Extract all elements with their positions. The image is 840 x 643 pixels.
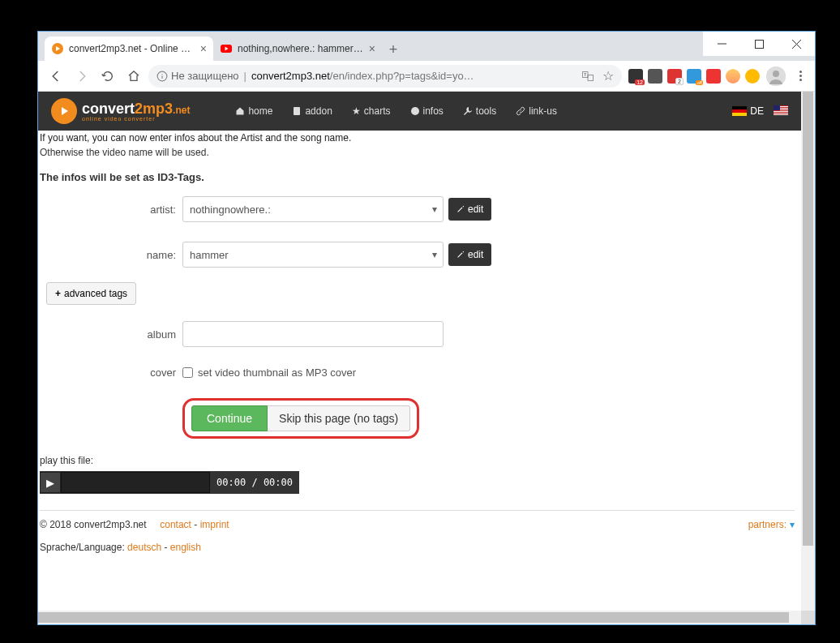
imprint-link[interactable]: imprint <box>200 519 229 530</box>
artist-select[interactable]: nothingnowhere.: <box>182 196 444 222</box>
svg-rect-21 <box>774 114 788 115</box>
close-button[interactable] <box>778 32 815 56</box>
cover-checkbox[interactable] <box>182 367 193 378</box>
security-indicator: Не защищено <box>156 70 239 82</box>
intro-text-2: Otherwise the video name will be used. <box>40 144 795 161</box>
player-time: 00:00 / 00:00 <box>210 477 299 488</box>
nav-home[interactable]: home <box>235 105 272 117</box>
edit-artist-button[interactable]: edit <box>448 198 491 221</box>
row-cover: cover set video thumbnail as MP3 cover <box>40 367 795 379</box>
form: artist: nothingnowhere.: edit name: hamm… <box>40 196 795 553</box>
security-text: Не защищено <box>171 70 239 82</box>
album-input[interactable] <box>182 321 444 347</box>
ext-icon-3[interactable]: 2 <box>667 69 682 84</box>
site-header: convert2mp3.net online video converter h… <box>38 92 801 131</box>
tab-active[interactable]: convert2mp3.net - Online Video… × <box>45 36 213 61</box>
cover-text: set video thumbnail as MP3 cover <box>198 367 356 379</box>
reload-button[interactable] <box>96 65 119 88</box>
tab-bar: convert2mp3.net - Online Video… × nothin… <box>38 32 815 61</box>
extensions: 12 2 off <box>628 69 760 84</box>
lang-us[interactable] <box>774 105 788 118</box>
lang-de-link[interactable]: deutsch <box>127 542 161 553</box>
translate-icon[interactable] <box>581 70 594 83</box>
row-artist: artist: nothingnowhere.: edit <box>40 196 795 222</box>
action-button-group: Continue Skip this page (no tags) <box>182 398 419 439</box>
svg-rect-12 <box>732 106 747 109</box>
maximize-button[interactable] <box>740 32 778 56</box>
play-label: play this file: <box>40 455 795 466</box>
logo-text: convert2mp3.net online video converter <box>82 101 190 122</box>
tab-close-icon[interactable]: × <box>369 42 375 55</box>
star-icon[interactable]: ☆ <box>602 68 614 84</box>
svg-rect-20 <box>774 113 788 114</box>
browser-menu-button[interactable] <box>792 71 808 81</box>
favicon-youtube <box>220 42 233 55</box>
logo-icon <box>51 98 77 124</box>
svg-point-4 <box>161 74 162 75</box>
browser-window: convert2mp3.net - Online Video… × nothin… <box>37 31 816 625</box>
svg-rect-13 <box>732 109 747 113</box>
home-button[interactable] <box>122 65 145 88</box>
nav-addon[interactable]: addon <box>292 105 332 117</box>
contact-link[interactable]: contact <box>160 519 191 530</box>
back-button[interactable] <box>45 65 67 88</box>
nav-menu: home addon ★charts infos tools link-us <box>235 105 557 117</box>
chevron-down-icon: ▾ <box>790 519 795 530</box>
minimize-button[interactable] <box>703 32 740 56</box>
label-album: album <box>40 328 182 341</box>
ext-icon-5[interactable] <box>706 69 721 84</box>
svg-rect-0 <box>755 40 763 48</box>
ext-icon-4[interactable]: off <box>687 69 701 84</box>
profile-avatar[interactable] <box>766 66 786 86</box>
vertical-scrollbar[interactable] <box>801 92 815 611</box>
svg-rect-14 <box>732 113 747 116</box>
ext-icon-2[interactable] <box>648 69 662 84</box>
nav-charts[interactable]: ★charts <box>352 105 391 117</box>
copyright: © 2018 convert2mp3.net <box>40 519 147 530</box>
lang-de[interactable]: DE <box>732 105 764 117</box>
skip-button[interactable]: Skip this page (no tags) <box>268 405 410 431</box>
tag-note: The infos will be set as ID3-Tags. <box>40 161 795 196</box>
url-box[interactable]: Не защищено | convert2mp3.net/en/index.p… <box>148 65 622 88</box>
site-logo[interactable]: convert2mp3.net online video converter <box>51 98 190 124</box>
ext-icon-6[interactable] <box>726 69 740 84</box>
row-album: album <box>40 321 795 347</box>
footer: © 2018 convert2mp3.net contact - imprint… <box>40 510 795 553</box>
intro-text-1: If you want, you can now enter infos abo… <box>40 131 795 144</box>
page-content: convert2mp3.net online video converter h… <box>38 92 815 624</box>
svg-rect-22 <box>774 105 780 110</box>
window-controls <box>703 32 815 56</box>
scroll-corner <box>801 611 815 624</box>
nav-tools[interactable]: tools <box>463 105 496 117</box>
forward-button[interactable] <box>71 65 93 88</box>
favicon-convert2mp3 <box>51 42 64 55</box>
continue-button[interactable]: Continue <box>191 405 268 431</box>
cover-checkbox-label[interactable]: set video thumbnail as MP3 cover <box>182 367 356 379</box>
nav-infos[interactable]: infos <box>410 105 444 117</box>
lang-en-link[interactable]: english <box>170 542 201 553</box>
svg-rect-7 <box>588 75 594 80</box>
label-artist: artist: <box>40 204 182 216</box>
new-tab-button[interactable]: + <box>382 38 405 61</box>
svg-rect-10 <box>294 107 300 115</box>
advanced-tags-button[interactable]: +advanced tags <box>46 282 136 305</box>
lang-menu: DE <box>732 105 788 118</box>
nav-linkus[interactable]: link-us <box>516 105 557 117</box>
address-bar: Не защищено | convert2mp3.net/en/index.p… <box>38 61 815 92</box>
label-cover: cover <box>40 367 182 379</box>
tab-close-icon[interactable]: × <box>200 42 207 55</box>
ext-icon-1[interactable]: 12 <box>628 69 643 84</box>
ext-icon-7[interactable] <box>745 69 760 84</box>
partners-dropdown[interactable]: partners: ▾ <box>748 519 795 530</box>
name-select[interactable]: hammer <box>182 242 444 268</box>
progress-bar[interactable] <box>61 472 210 493</box>
tab-inactive[interactable]: nothing,nowhere.: hammer [OFFI… × <box>213 36 382 61</box>
label-name: name: <box>40 249 182 261</box>
edit-name-button[interactable]: edit <box>448 243 491 266</box>
horizontal-scrollbar[interactable] <box>38 611 801 624</box>
tab-title: nothing,nowhere.: hammer [OFFI… <box>238 43 366 54</box>
svg-point-11 <box>411 107 419 115</box>
svg-point-9 <box>773 71 779 77</box>
app-frame: convert2mp3.net - Online Video… × nothin… <box>6 6 834 637</box>
play-button[interactable]: ▶ <box>40 472 61 493</box>
